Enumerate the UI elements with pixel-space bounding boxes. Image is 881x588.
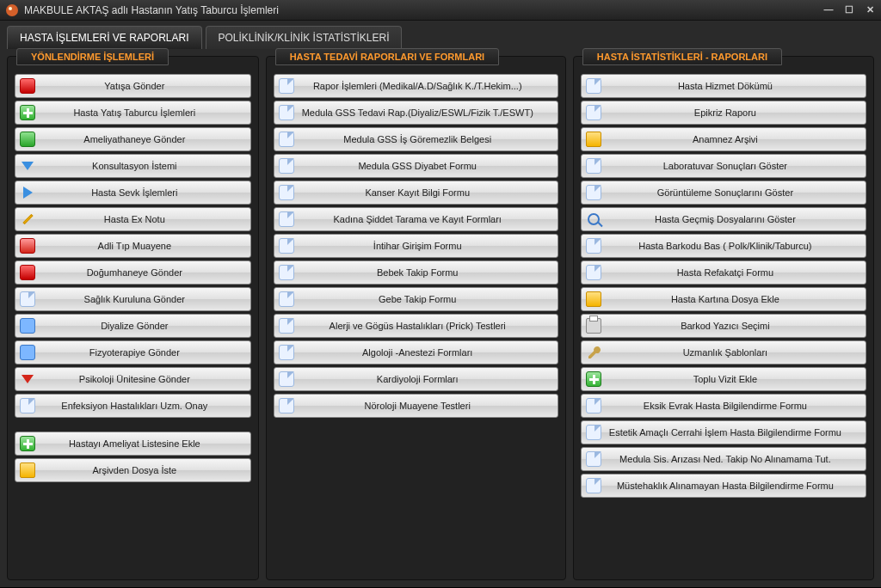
button-label: Kanser Kayıt Bilgi Formu bbox=[302, 187, 558, 198]
document-icon bbox=[274, 288, 299, 310]
btn-report-operations[interactable]: Rapor İşlemleri (Medikal/A.D/Sağlık K./T… bbox=[274, 74, 558, 98]
document-icon bbox=[582, 475, 606, 497]
document-icon bbox=[582, 155, 606, 177]
btn-past-files[interactable]: Hasta Geçmiş Dosyalarını Göster bbox=[581, 207, 866, 231]
play-forward-icon bbox=[15, 181, 40, 204]
btn-send-to-surgery[interactable]: Ameliyathaneye Gönder bbox=[15, 127, 251, 151]
btn-send-to-psychology[interactable]: Psikoloji Ünitesine Gönder bbox=[15, 367, 251, 391]
button-label: Hasta Hizmet Dökümü bbox=[609, 81, 866, 91]
button-label: Yatışa Gönder bbox=[43, 81, 250, 91]
square-blue-icon bbox=[15, 315, 40, 337]
button-list: Rapor İşlemleri (Medikal/A.D/Sağlık K./T… bbox=[274, 74, 558, 418]
btn-medula-outage-form[interactable]: Medula Sis. Arızası Ned. Takip No Alınam… bbox=[581, 447, 866, 471]
button-label: Doğumhaneye Gönder bbox=[43, 267, 250, 278]
button-label: Kardiyoloji Formları bbox=[302, 374, 558, 384]
document-icon bbox=[274, 395, 299, 417]
document-icon bbox=[274, 75, 299, 97]
panel-title: HASTA İSTATİSTİKLERİ - RAPORLARI bbox=[582, 48, 782, 65]
button-label: Hasta Yatış Taburcu İşlemleri bbox=[43, 107, 250, 118]
board-icon bbox=[15, 288, 40, 310]
btn-send-to-dialysis[interactable]: Diyalize Gönder bbox=[15, 314, 251, 338]
btn-epicrisis-report[interactable]: Epikriz Raporu bbox=[581, 101, 866, 125]
btn-barcode-printer-select[interactable]: Barkod Yazıcı Seçimi bbox=[581, 314, 866, 338]
btn-specialty-templates[interactable]: Uzmanlık Şablonları bbox=[581, 340, 866, 364]
btn-forensic-exam[interactable]: Adli Tıp Muayene bbox=[15, 234, 251, 258]
btn-send-to-admission[interactable]: Yatışa Gönder bbox=[15, 74, 251, 98]
button-label: Müstehaklık Alınamayan Hasta Bilgilendir… bbox=[609, 481, 866, 491]
tab-clinic-statistics[interactable]: POLİKLİNİK/KLİNİK İSTATİSTİKLERİ bbox=[206, 26, 403, 49]
btn-send-to-physiotherapy[interactable]: Fizyoterapiye Gönder bbox=[15, 340, 251, 364]
button-label: Toplu Vizit Ekle bbox=[609, 374, 866, 384]
btn-print-barcode[interactable]: Hasta Barkodu Bas ( Polk/Klinik/Taburcu) bbox=[581, 234, 866, 258]
btn-missing-docs-form[interactable]: Eksik Evrak Hasta Bilgilendirme Formu bbox=[581, 394, 866, 418]
btn-eligibility-not-obtained-form[interactable]: Müstehaklık Alınamayan Hasta Bilgilendir… bbox=[581, 474, 866, 498]
button-label: Hasta Geçmiş Dosyalarını Göster bbox=[609, 214, 866, 224]
btn-patient-ex-note[interactable]: Hasta Ex Notu bbox=[15, 207, 251, 231]
button-label: Anamnez Arşivi bbox=[609, 134, 866, 144]
plus-green-icon bbox=[15, 432, 40, 455]
btn-anamnesis-archive[interactable]: Anamnez Arşivi bbox=[581, 127, 866, 151]
maximize-button[interactable]: ☐ bbox=[843, 4, 855, 15]
btn-add-file-to-card[interactable]: Hasta Kartına Dosya Ekle bbox=[581, 287, 866, 311]
btn-consultation-request[interactable]: Konsultasyon İstemi bbox=[15, 154, 251, 178]
button-label: Hasta Refakatçi Formu bbox=[609, 267, 866, 278]
document-icon bbox=[582, 448, 606, 470]
button-label: Alerji ve Gögüs Hastalıkları (Prick) Tes… bbox=[302, 321, 558, 331]
panel-patient-statistics: HASTA İSTATİSTİKLERİ - RAPORLARI Hasta H… bbox=[573, 56, 874, 580]
button-label: Hastayı Ameliyat Listesine Ekle bbox=[43, 438, 250, 449]
button-list: Yatışa Gönder Hasta Yatış Taburcu İşleml… bbox=[15, 74, 251, 482]
btn-allergy-tests[interactable]: Alerji ve Gögüs Hastalıkları (Prick) Tes… bbox=[274, 314, 558, 338]
panel-title: YÖNLENDİRME İŞLEMLERİ bbox=[16, 48, 169, 65]
tab-label: POLİKLİNİK/KLİNİK İSTATİSTİKLERİ bbox=[219, 32, 390, 44]
svg-point-0 bbox=[6, 4, 18, 16]
svg-point-1 bbox=[9, 7, 12, 10]
btn-algology-anesthesia[interactable]: Algoloji -Anestezi Formları bbox=[274, 340, 558, 364]
btn-add-to-surgery-list[interactable]: Hastayı Ameliyat Listesine Ekle bbox=[15, 432, 251, 456]
button-label: Medula GSS Tedavi Rap.(Diyaliz/ESWL/Fizi… bbox=[302, 107, 558, 118]
folder-icon bbox=[15, 459, 40, 481]
btn-suicide-attempt[interactable]: İntihar Girişim Formu bbox=[274, 234, 558, 258]
button-label: Hasta Barkodu Bas ( Polk/Klinik/Taburcu) bbox=[609, 241, 866, 251]
arrow-down-red-icon bbox=[15, 368, 40, 390]
btn-send-to-health-board[interactable]: Sağlık Kuruluna Gönder bbox=[15, 287, 251, 311]
arrow-down-icon bbox=[15, 155, 40, 177]
btn-bulk-visit-add[interactable]: Toplu Vizit Ekle bbox=[581, 367, 866, 391]
btn-imaging-results[interactable]: Görüntüleme Sonuçlarını Göster bbox=[581, 181, 866, 205]
square-red-icon bbox=[15, 261, 40, 284]
btn-send-to-delivery[interactable]: Doğumhaneye Gönder bbox=[15, 260, 251, 285]
btn-patient-referral[interactable]: Hasta Sevk İşlemleri bbox=[15, 181, 251, 205]
btn-neurology-tests[interactable]: Nöroloji Muayene Testleri bbox=[274, 394, 558, 418]
btn-infection-approval[interactable]: Enfeksiyon Hastalıkları Uzm. Onay bbox=[15, 394, 251, 418]
btn-cardiology-forms[interactable]: Kardiyoloji Formları bbox=[274, 367, 558, 391]
button-label: Epikriz Raporu bbox=[609, 107, 866, 118]
button-label: Medula Sis. Arızası Ned. Takip No Alınam… bbox=[609, 454, 866, 464]
btn-aesthetic-surgery-form[interactable]: Estetik Amaçlı Cerrahi İşlem Hasta Bilgi… bbox=[581, 420, 866, 444]
btn-service-breakdown[interactable]: Hasta Hizmet Dökümü bbox=[581, 74, 866, 98]
btn-medula-treatment-report[interactable]: Medula GSS Tedavi Rap.(Diyaliz/ESWL/Fizi… bbox=[274, 101, 558, 125]
btn-request-archive-file[interactable]: Arşivden Dosya İste bbox=[15, 458, 251, 482]
btn-pregnancy-followup[interactable]: Gebe Takip Formu bbox=[274, 287, 558, 311]
panel-routing-operations: YÖNLENDİRME İŞLEMLERİ Yatışa Gönder Hast… bbox=[7, 56, 259, 580]
button-label: Bebek Takip Formu bbox=[302, 267, 558, 278]
document-icon bbox=[274, 368, 299, 390]
square-blue-icon bbox=[15, 341, 40, 364]
square-red-icon bbox=[15, 75, 40, 97]
button-label: Barkod Yazıcı Seçimi bbox=[609, 321, 866, 331]
btn-violence-screening[interactable]: Kadına Şiddet Tarama ve Kayıt Formları bbox=[274, 207, 558, 231]
btn-cancer-registry[interactable]: Kanser Kayıt Bilgi Formu bbox=[274, 181, 558, 205]
close-button[interactable]: ✕ bbox=[864, 4, 876, 15]
button-label: Algoloji -Anestezi Formları bbox=[302, 347, 558, 358]
medical-cross-icon bbox=[15, 235, 40, 257]
btn-admission-discharge[interactable]: Hasta Yatış Taburcu İşlemleri bbox=[15, 101, 251, 125]
document-arrow-icon bbox=[274, 155, 299, 177]
btn-baby-followup[interactable]: Bebek Takip Formu bbox=[274, 260, 558, 285]
btn-lab-results[interactable]: Laboratuvar Sonuçları Göster bbox=[581, 154, 866, 178]
button-label: Hasta Kartına Dosya Ekle bbox=[609, 294, 866, 304]
minimize-button[interactable]: — bbox=[822, 4, 835, 15]
btn-medula-incapacity[interactable]: Medula GSS İş Göremezlik Belgesi bbox=[274, 127, 558, 151]
separator bbox=[15, 420, 251, 429]
btn-companion-form[interactable]: Hasta Refakatçi Formu bbox=[581, 260, 866, 285]
button-label: Konsultasyon İstemi bbox=[43, 161, 250, 171]
btn-medula-diabetes[interactable]: Medula GSS Diyabet Formu bbox=[274, 154, 558, 178]
tab-patient-operations[interactable]: HASTA İŞLEMLERİ VE RAPORLARI bbox=[7, 26, 202, 49]
